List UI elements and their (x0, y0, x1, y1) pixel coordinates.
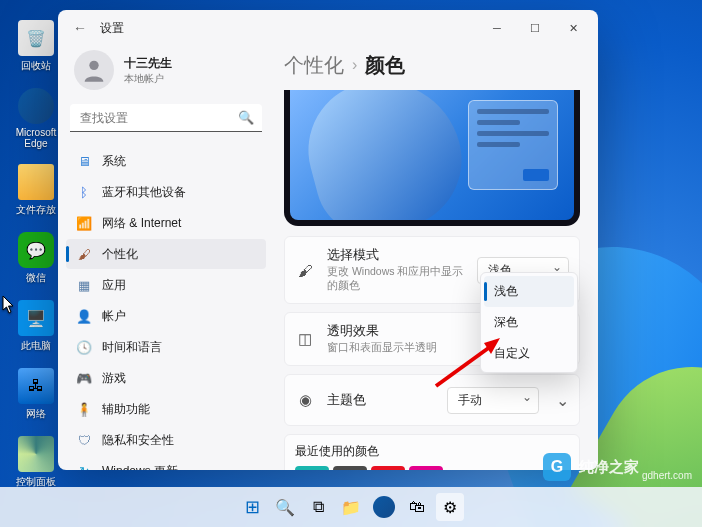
search-box[interactable]: 🔍 (70, 104, 262, 132)
swatch-0[interactable] (295, 466, 329, 470)
nav-network[interactable]: 📶网络 & Internet (66, 208, 266, 238)
watermark: G 纯净之家 gdhert.com (543, 453, 692, 481)
account-name: 十三先生 (124, 55, 172, 72)
d-control[interactable]: 控制面板 (8, 436, 64, 489)
breadcrumb-parent[interactable]: 个性化 (284, 52, 344, 79)
sidebar: 十三先生 本地帐户 🔍 🖥系统 ᛒ蓝牙和其他设备 📶网络 & Internet … (58, 46, 274, 470)
minimize-button[interactable]: ─ (478, 14, 516, 42)
bluetooth-icon: ᛒ (76, 184, 92, 200)
maximize-button[interactable]: ☐ (516, 14, 554, 42)
update-icon: ↻ (76, 463, 92, 470)
accent-icon: ◉ (295, 391, 315, 409)
wifi-icon: 📶 (76, 215, 92, 231)
breadcrumb: 个性化 › 颜色 (284, 46, 580, 90)
shield-icon: 🛡 (76, 432, 92, 448)
transparency-icon: ◫ (295, 330, 315, 348)
nav-system[interactable]: 🖥系统 (66, 146, 266, 176)
edge-icon (373, 496, 395, 518)
mode-dropdown-menu: 浅色 深色 自定义 (480, 272, 578, 373)
nav-gaming[interactable]: 🎮游戏 (66, 363, 266, 393)
titlebar: ← 设置 ─ ☐ ✕ (58, 10, 598, 46)
chevron-right-icon: › (352, 56, 357, 74)
nav-time[interactable]: 🕓时间和语言 (66, 332, 266, 362)
search-icon: 🔍 (238, 110, 254, 125)
close-button[interactable]: ✕ (554, 14, 592, 42)
mouse-cursor (2, 295, 16, 315)
opt-custom[interactable]: 自定义 (484, 338, 574, 369)
nav-apps[interactable]: ▦应用 (66, 270, 266, 300)
opt-light[interactable]: 浅色 (484, 276, 574, 307)
watermark-logo-icon: G (543, 453, 571, 481)
d-folder[interactable]: 文件存放 (8, 164, 64, 217)
breadcrumb-current: 颜色 (365, 52, 405, 79)
nav-accounts[interactable]: 👤帐户 (66, 301, 266, 331)
d-edge[interactable]: Microsoft Edge (8, 88, 64, 149)
system-icon: 🖥 (76, 153, 92, 169)
nav-update[interactable]: ↻Windows 更新 (66, 456, 266, 470)
account-type: 本地帐户 (124, 72, 172, 86)
window-title: 设置 (100, 20, 124, 37)
account-block[interactable]: 十三先生 本地帐户 (66, 46, 266, 98)
preview-popup (468, 100, 558, 190)
folder-icon (18, 164, 54, 200)
back-button[interactable]: ← (64, 20, 96, 36)
tb-search[interactable]: 🔍 (271, 493, 299, 521)
network-icon: 🖧 (18, 368, 54, 404)
tb-store[interactable]: 🛍 (403, 493, 431, 521)
recycle-bin-icon: 🗑️ (18, 20, 54, 56)
palette-icon: 🖌 (295, 262, 315, 279)
chevron-down-icon[interactable]: ⌄ (556, 391, 569, 410)
accessibility-icon: 🧍 (76, 401, 92, 417)
svg-point-0 (89, 61, 98, 70)
swatch-1[interactable] (333, 466, 367, 470)
tb-taskview[interactable]: ⧉ (304, 493, 332, 521)
gamepad-icon: 🎮 (76, 370, 92, 386)
tb-settings[interactable]: ⚙ (436, 493, 464, 521)
swatch-2[interactable] (371, 466, 405, 470)
nav-accessibility[interactable]: 🧍辅助功能 (66, 394, 266, 424)
row-accent[interactable]: ◉ 主题色 手动 ⌄ (284, 374, 580, 426)
d-network[interactable]: 🖧网络 (8, 368, 64, 421)
d-thispc[interactable]: 🖥️此电脑 (8, 300, 64, 353)
search-input[interactable] (70, 104, 262, 132)
theme-preview (284, 90, 580, 226)
apps-icon: ▦ (76, 277, 92, 293)
content-pane: 个性化 › 颜色 🖌 选择模式 更改 Windows 和应用中显示的颜色 浅色 (274, 46, 598, 470)
accent-dropdown[interactable]: 手动 (447, 387, 539, 414)
nav-list: 🖥系统 ᛒ蓝牙和其他设备 📶网络 & Internet 🖌个性化 ▦应用 👤帐户… (66, 146, 266, 470)
nav-personalization[interactable]: 🖌个性化 (66, 239, 266, 269)
brush-icon: 🖌 (76, 246, 92, 262)
control-panel-icon (18, 436, 54, 472)
edge-icon (18, 88, 54, 124)
nav-bluetooth[interactable]: ᛒ蓝牙和其他设备 (66, 177, 266, 207)
desktop-icons: 🗑️回收站 Microsoft Edge 文件存放 💬微信 🖥️此电脑 🖧网络 … (8, 20, 64, 489)
taskbar: ⊞ 🔍 ⧉ 📁 🛍 ⚙ (0, 487, 702, 527)
d-wechat[interactable]: 💬微信 (8, 232, 64, 285)
recent-colors: 最近使用的颜色 (284, 434, 580, 470)
wechat-icon: 💬 (18, 232, 54, 268)
tb-explorer[interactable]: 📁 (337, 493, 365, 521)
avatar-icon (74, 50, 114, 90)
d-recycle-bin[interactable]: 🗑️回收站 (8, 20, 64, 73)
tb-edge[interactable] (370, 493, 398, 521)
person-icon: 👤 (76, 308, 92, 324)
nav-privacy[interactable]: 🛡隐私和安全性 (66, 425, 266, 455)
pc-icon: 🖥️ (18, 300, 54, 336)
opt-dark[interactable]: 深色 (484, 307, 574, 338)
tb-start[interactable]: ⊞ (238, 493, 266, 521)
swatch-3[interactable] (409, 466, 443, 470)
settings-window: ← 设置 ─ ☐ ✕ 十三先生 本地帐户 🔍 🖥系统 ᛒ蓝牙和其他设备 📶网络 … (58, 10, 598, 470)
clock-icon: 🕓 (76, 339, 92, 355)
